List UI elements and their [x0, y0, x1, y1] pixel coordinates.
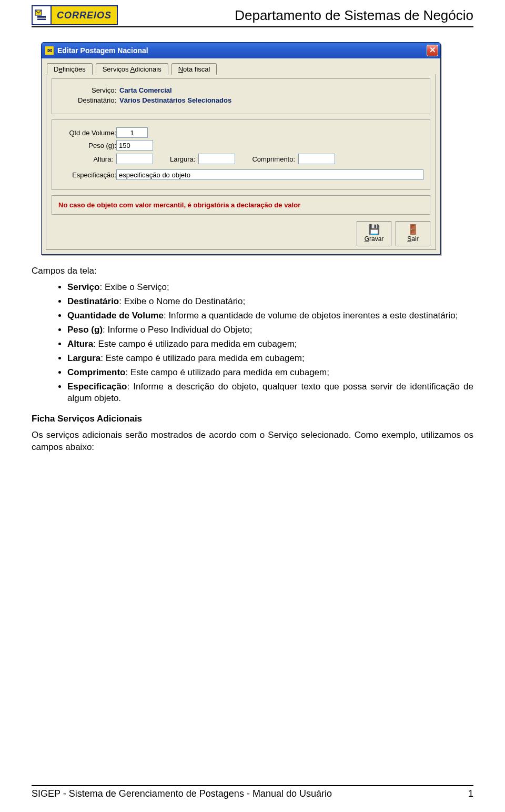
window-icon: ✉ — [45, 46, 54, 55]
tab-servicos-adicionais[interactable]: Serviços Adicionais — [96, 63, 168, 75]
tab-panel-definicoes: Serviço: Carta Comercial Destinatário: V… — [46, 74, 436, 250]
value-servico: Carta Comercial — [119, 86, 172, 94]
value-destinatario: Vários Destinatários Selecionados — [119, 96, 231, 104]
tab-nota-fiscal[interactable]: Nota fiscal — [171, 63, 217, 75]
button-row: 💾 Gravar 🚪 Sair — [52, 220, 430, 247]
list-item: Altura: Este campo é utilizado para medi… — [67, 338, 473, 350]
input-qtd-volume[interactable] — [116, 127, 148, 138]
campos-da-tela-title: Campos da tela: — [32, 265, 473, 277]
list-item: Peso (g): Informe o Peso Individual do O… — [67, 324, 473, 336]
group-servico-destinatario: Serviço: Carta Comercial Destinatário: V… — [52, 78, 430, 114]
list-item: Largura: Este campo é utilizado para med… — [67, 353, 473, 365]
list-item: Especificação: Informe a descrição do ob… — [67, 381, 473, 405]
label-altura: Altura: — [58, 155, 113, 163]
label-destinatario: Destinatário: — [58, 96, 116, 104]
input-peso[interactable] — [116, 140, 153, 151]
dialog-title: Editar Postagem Nacional — [57, 46, 148, 55]
exit-icon: 🚪 — [407, 225, 419, 234]
logo: CORREIOS — [32, 5, 118, 25]
list-item: Destinatário: Exibe o Nome do Destinatár… — [67, 296, 473, 308]
input-largura[interactable] — [198, 154, 235, 164]
tabs: Definições Serviços Adicionais Nota fisc… — [46, 63, 436, 74]
input-comprimento[interactable] — [298, 154, 335, 164]
input-altura[interactable] — [116, 154, 153, 164]
logo-word: CORREIOS — [50, 6, 117, 24]
dialog-titlebar: ✉ Editar Postagem Nacional ✕ — [42, 43, 440, 58]
page-footer: SIGEP - Sistema de Gerenciamento de Post… — [32, 785, 473, 799]
label-largura: Largura: — [170, 155, 195, 163]
group-dimensoes: Qtd de Volume: Peso (g): Altura: — [52, 119, 430, 190]
list-item: Serviço: Exibe o Serviço; — [67, 282, 473, 294]
label-comprimento: Comprimento: — [252, 155, 295, 163]
warning-valor-mercantil: No caso de objeto com valor mercantil, é… — [52, 195, 430, 215]
input-especificacao[interactable] — [116, 169, 423, 180]
save-icon: 💾 — [368, 225, 380, 234]
department-title: Departamento de Sistemas de Negócio — [235, 7, 473, 24]
correios-mark-icon — [33, 6, 50, 24]
label-servico: Serviço: — [58, 86, 116, 94]
gravar-button[interactable]: 💾 Gravar — [357, 221, 391, 246]
label-especificacao: Especificação: — [58, 171, 116, 179]
tab-definicoes[interactable]: Definições — [47, 63, 93, 75]
label-peso: Peso (g): — [58, 142, 116, 149]
sair-button[interactable]: 🚪 Sair — [396, 221, 430, 246]
field-list: Serviço: Exibe o Serviço; Destinatário: … — [32, 282, 473, 405]
body-text: Campos da tela: Serviço: Exibe o Serviço… — [32, 265, 473, 454]
close-button[interactable]: ✕ — [427, 45, 438, 56]
ficha-heading: Ficha Serviços Adicionais — [32, 413, 473, 425]
page-number: 1 — [468, 788, 473, 799]
list-item: Comprimento: Este campo é utilizado para… — [67, 367, 473, 379]
footer-left: SIGEP - Sistema de Gerenciamento de Post… — [32, 788, 332, 799]
ficha-paragraph: Os serviços adicionais serão mostrados d… — [32, 429, 473, 454]
list-item: Quantidade de Volume: Informe a quantida… — [67, 310, 473, 322]
page-header: CORREIOS Departamento de Sistemas de Neg… — [32, 5, 473, 27]
label-qtd-volume: Qtd de Volume: — [58, 129, 116, 137]
dialog-editar-postagem: ✉ Editar Postagem Nacional ✕ Definições … — [41, 42, 441, 255]
